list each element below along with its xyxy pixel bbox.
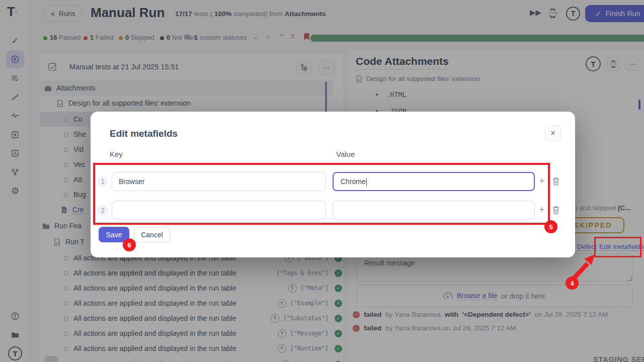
annotation-badge-4: 4 <box>566 277 579 290</box>
key-column-label: Key <box>110 150 123 158</box>
annotation-badge-5: 5 <box>544 220 557 233</box>
annotation-badge-6: 6 <box>123 238 136 251</box>
cancel-button[interactable]: Cancel <box>134 227 170 242</box>
delete-row-button[interactable] <box>552 206 560 215</box>
modal-title: Edit metafields <box>110 128 178 139</box>
modal-close-button[interactable]: × <box>545 125 561 141</box>
app-screen: T' ✓ ⚙ T <box>0 0 644 362</box>
value-column-label: Value <box>336 150 355 158</box>
annotation-rect-rows <box>93 163 550 225</box>
delete-row-button[interactable] <box>552 177 560 186</box>
